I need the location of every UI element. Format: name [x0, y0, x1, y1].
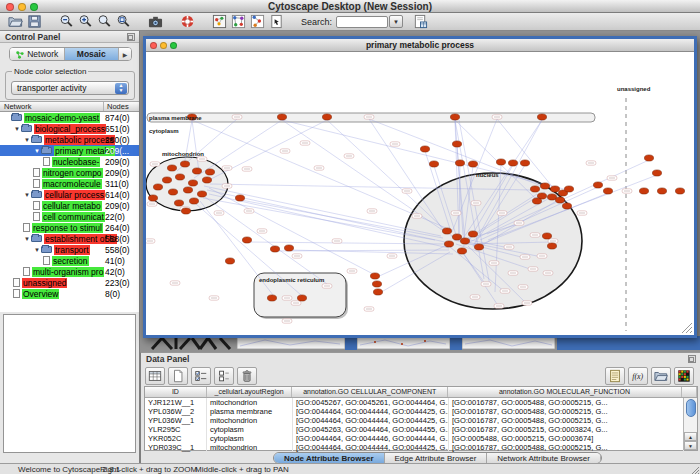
tab-edge-attribute-browser[interactable]: Edge Attribute Browser: [385, 453, 488, 463]
column-header[interactable]: annotation.GO MOLECULAR_FUNCTION: [448, 387, 682, 397]
tree-row[interactable]: nucleobase-209(0): [0, 156, 139, 167]
table-row[interactable]: YDR039C__1mitochondrion[GO:0044464, GO:0…: [145, 443, 697, 452]
table-cell[interactable]: YPL036W__1: [145, 416, 207, 425]
tree-row[interactable]: unassigned223(0): [0, 277, 139, 288]
table-cell[interactable]: mitochondrion: [207, 398, 293, 407]
tab-network-attribute-browser[interactable]: Network Attribute Browser: [487, 453, 600, 463]
table-cell[interactable]: YPL036W__2: [145, 407, 207, 416]
column-header[interactable]: _cellularLayoutRegion: [207, 387, 293, 397]
table-cell[interactable]: YJR121W__1: [145, 398, 207, 407]
tree-row[interactable]: ▼primary metabo209(...: [0, 145, 139, 156]
table-cell[interactable]: mitochondrion: [207, 443, 293, 452]
column-network[interactable]: Network: [0, 102, 104, 111]
zoom-selected-icon[interactable]: [114, 14, 133, 30]
expand-arrow-icon[interactable]: ▼: [23, 192, 31, 198]
birds-eye-view[interactable]: [3, 314, 136, 453]
tab-node-attribute-browser[interactable]: Node Attribute Browser: [274, 453, 385, 463]
table-cell[interactable]: [GO:0044464, GO:0044444, GO:0044425, G..…: [293, 443, 449, 452]
tree-row[interactable]: cellular metabo209(0): [0, 200, 139, 211]
network-view-titlebar[interactable]: primary metabolic process: [146, 39, 694, 52]
view-close-button[interactable]: [150, 42, 157, 49]
table-cell[interactable]: [GO:0045263, GO:0044464, GO:0044455, G..…: [293, 425, 449, 434]
table-cell[interactable]: [GO:0045267, GO:0045261, GO:0044464, G..…: [293, 398, 449, 407]
table-cell[interactable]: [GO:0044464, GO:0044444, GO:0044425, G..…: [293, 407, 449, 416]
table-cell[interactable]: [GO:0044464, GO:0044444, GO:0044425, G..…: [293, 416, 449, 425]
import-table-icon[interactable]: [651, 367, 671, 385]
tab-network[interactable]: Network: [10, 48, 65, 60]
expand-arrow-icon[interactable]: ▼: [33, 247, 41, 253]
scrollbar-thumb[interactable]: [686, 399, 696, 417]
float-data-panel-icon[interactable]: [688, 355, 696, 363]
zoom-in-icon[interactable]: [76, 14, 95, 30]
tree-row[interactable]: ▼establishment of lo558(0): [0, 233, 139, 244]
expand-arrow-icon[interactable]: ▼: [13, 126, 21, 132]
tab-overflow-arrow[interactable]: ▶: [119, 48, 131, 60]
table-cell[interactable]: mitochondrion: [207, 416, 293, 425]
float-panel-icon[interactable]: [127, 33, 135, 41]
tree-row[interactable]: Overview8(0): [0, 288, 139, 299]
tree-row[interactable]: ▼metabolic process280(0): [0, 134, 139, 145]
tree-row[interactable]: ▼biological_process651(0): [0, 123, 139, 134]
tree-row[interactable]: mosaic-demo-yeast874(0): [0, 112, 139, 123]
notes-icon[interactable]: [605, 367, 625, 385]
layout-grid-icon[interactable]: [229, 14, 248, 30]
zoom-out-icon[interactable]: [57, 14, 76, 30]
annotation-icon[interactable]: [267, 14, 286, 30]
resize-grip-icon[interactable]: [689, 465, 699, 474]
heatmap-icon[interactable]: [674, 367, 694, 385]
table-cell[interactable]: [GO:0016787, GO:0005488, GO:0005215, G..…: [449, 407, 684, 416]
select-attributes-icon[interactable]: [191, 367, 211, 385]
tab-mosaic[interactable]: Mosaic: [65, 48, 120, 60]
expand-arrow-icon[interactable]: ▼: [33, 148, 41, 154]
tree-row[interactable]: multi-organism pro42(0): [0, 266, 139, 277]
tree-row[interactable]: macromolecule311(0): [0, 178, 139, 189]
tree-row[interactable]: ▼transport558(0): [0, 244, 139, 255]
table-row[interactable]: YPL036W__2plasma membrane[GO:0044464, GO…: [145, 407, 697, 416]
view-minimize-button[interactable]: [160, 42, 167, 49]
function-builder-icon[interactable]: f(x): [628, 367, 648, 385]
delete-attribute-icon[interactable]: [237, 367, 257, 385]
table-cell[interactable]: YLR295C: [145, 425, 207, 434]
expand-arrow-icon[interactable]: ▼: [23, 236, 31, 242]
vizmapper-icon[interactable]: [210, 14, 229, 30]
table-cell[interactable]: [GO:0016787, GO:0005488, GO:0005215, G..…: [449, 443, 684, 452]
help-icon[interactable]: [178, 14, 197, 30]
expand-arrow-icon[interactable]: ▼: [23, 137, 31, 143]
tree-row[interactable]: response to stimul264(0): [0, 222, 139, 233]
table-cell[interactable]: cytoplasm: [207, 434, 293, 443]
table-cell[interactable]: [GO:0005488, GO:0005215, GO:0003674]: [449, 434, 684, 443]
table-cell[interactable]: [GO:0016787, GO:0005488, GO:0005215, G..…: [449, 398, 684, 407]
table-row[interactable]: YJR121W__1mitochondrion[GO:0045267, GO:0…: [145, 398, 697, 407]
table-row[interactable]: YPL036W__1mitochondrion[GO:0044464, GO:0…: [145, 416, 697, 425]
open-session-icon[interactable]: [6, 14, 25, 30]
table-row[interactable]: YKR052Ccytoplasm[GO:0044464, GO:0044446,…: [145, 434, 697, 443]
table-cell[interactable]: cytoplasm: [207, 425, 293, 434]
layout-spring-icon[interactable]: [248, 14, 267, 30]
network-canvas[interactable]: plasma membranecytoplasmmitochondrionnuc…: [146, 53, 694, 335]
tree-row[interactable]: nitrogen compo209(0): [0, 167, 139, 178]
save-session-icon[interactable]: [25, 14, 44, 30]
table-cell[interactable]: [GO:0016787, GO:0005215, GO:0003824, G..…: [449, 425, 684, 434]
search-options-dropdown[interactable]: ▼: [389, 15, 403, 28]
column-header[interactable]: annotation.GO CELLULAR_COMPONENT: [292, 387, 447, 397]
table-cell[interactable]: [GO:0016787, GO:0005488, GO:0005215, G..…: [449, 416, 684, 425]
attribute-table-icon[interactable]: [145, 367, 165, 385]
table-cell[interactable]: YDR039C__1: [145, 443, 207, 452]
tree-row[interactable]: ▼cellular process614(0): [0, 189, 139, 200]
node-color-dropdown[interactable]: transporter activity ▲▼: [11, 81, 129, 95]
snapshot-icon[interactable]: [146, 14, 165, 30]
column-header[interactable]: ID: [145, 387, 207, 397]
advanced-search-icon[interactable]: [411, 14, 430, 30]
scroll-up-button[interactable]: ▲: [684, 432, 697, 441]
search-input[interactable]: [336, 16, 388, 28]
scroll-down-button[interactable]: ▼: [684, 441, 697, 450]
zoom-fit-icon[interactable]: [95, 14, 114, 30]
new-attribute-icon[interactable]: [168, 367, 188, 385]
table-cell[interactable]: [GO:0044464, GO:0044446, GO:0044444, G..…: [293, 434, 449, 443]
tree-row[interactable]: cell communicat22(0): [0, 211, 139, 222]
table-scrollbar[interactable]: ▲ ▼: [683, 398, 697, 450]
table-row[interactable]: YLR295Ccytoplasm[GO:0045263, GO:0044464,…: [145, 425, 697, 434]
table-cell[interactable]: YKR052C: [145, 434, 207, 443]
table-cell[interactable]: plasma membrane: [207, 407, 293, 416]
column-nodes[interactable]: Nodes: [104, 102, 139, 111]
